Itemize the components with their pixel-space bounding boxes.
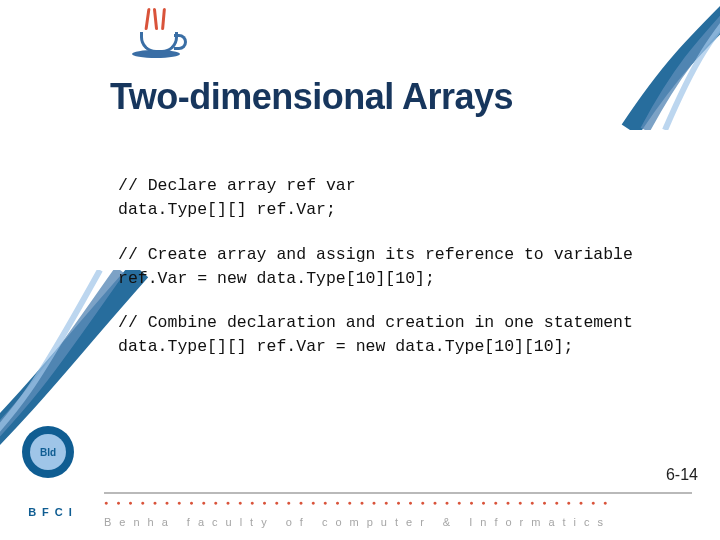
code-line: // Declare array ref var <box>118 175 638 197</box>
institution-badge: BId <box>22 426 74 478</box>
code-content: // Declare array ref var data.Type[][] r… <box>118 175 638 361</box>
code-line: data.Type[][] ref.Var = new data.Type[10… <box>118 336 638 358</box>
code-line: // Create array and assign its reference… <box>118 244 638 266</box>
footer-divider <box>104 492 692 494</box>
footer-text: Benha faculty of computer & Informatics <box>104 516 640 528</box>
code-line: ref.Var = new data.Type[10][10]; <box>118 268 638 290</box>
slide-title: Two-dimensional Arrays <box>110 76 513 118</box>
slide: Two-dimensional Arrays // Declare array … <box>0 0 720 540</box>
footer-dots: ● ● ● ● ● ● ● ● ● ● ● ● ● ● ● ● ● ● ● ● … <box>104 499 610 506</box>
badge-text: BId <box>30 434 66 470</box>
bfci-label: BFCI <box>18 506 88 518</box>
code-line: // Combine declaration and creation in o… <box>118 312 638 334</box>
decorative-swoosh-top <box>570 0 720 130</box>
code-line: data.Type[][] ref.Var; <box>118 199 638 221</box>
page-number: 6-14 <box>666 466 698 484</box>
java-logo-icon <box>128 4 192 68</box>
